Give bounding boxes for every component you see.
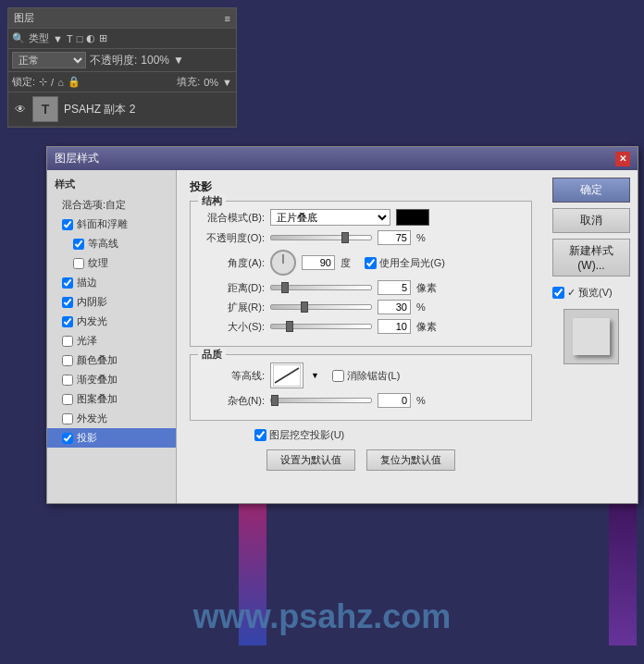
outerglow-checkbox[interactable] — [62, 413, 73, 424]
reset-default-button[interactable]: 复位为默认值 — [366, 449, 455, 471]
sidebar-item-stroke[interactable]: 描边 — [47, 273, 176, 292]
layers-lock-row: 锁定: ⊹ / ⌂ 🔒 填充: 0% ▼ — [8, 72, 236, 92]
dropshadow-checkbox[interactable] — [62, 433, 73, 444]
mixoptions-label: 混合选项:自定 — [62, 198, 126, 212]
innerglow-label: 内发光 — [77, 314, 107, 328]
preview-text: ✓ 预览(V) — [567, 286, 613, 300]
preview-label[interactable]: ✓ 预览(V) — [552, 286, 630, 300]
contour-checkbox[interactable] — [73, 239, 84, 250]
layer-knockout-text: 图层挖空投影(U) — [269, 428, 344, 442]
opacity-input[interactable] — [378, 230, 411, 245]
layer-tool-adjust: ◐ — [86, 32, 95, 44]
preview-box — [564, 309, 619, 364]
layer-item: 👁 T PSAHZ 副本 2 — [8, 92, 236, 127]
size-slider[interactable] — [270, 324, 372, 329]
jagged-checkbox[interactable] — [332, 370, 344, 382]
global-light-label[interactable]: 使用全局光(G) — [365, 256, 445, 270]
dialog-right-panel: 确定 取消 新建样式(W)... ✓ 预览(V) — [545, 170, 638, 503]
size-unit: 像素 — [416, 320, 437, 334]
sidebar-item-dropshadow[interactable]: 投影 — [47, 428, 176, 448]
coloroverlay-checkbox[interactable] — [62, 355, 73, 366]
opacity-row: 不透明度(O): % — [200, 230, 522, 245]
cancel-button[interactable]: 取消 — [552, 208, 630, 233]
innershadow-checkbox[interactable] — [62, 297, 73, 308]
opacity-label: 不透明度: — [90, 53, 137, 68]
size-row: 大小(S): 像素 — [200, 319, 522, 334]
layer-visibility-eye[interactable]: 👁 — [14, 103, 27, 116]
distance-slider[interactable] — [270, 285, 372, 290]
structure-group-label: 结构 — [198, 194, 226, 208]
opacity-slider[interactable] — [270, 235, 372, 240]
stroke-label: 描边 — [77, 276, 97, 289]
global-light-text: 使用全局光(G) — [379, 256, 445, 270]
filter-type-label: 类型 — [29, 31, 49, 45]
sidebar-item-gradientoverlay[interactable]: 渐变叠加 — [47, 370, 176, 389]
sidebar-item-contour[interactable]: 等高线 — [47, 234, 176, 253]
sidebar-item-patternoverlay[interactable]: 图案叠加 — [47, 389, 176, 409]
ok-button[interactable]: 确定 — [552, 178, 630, 203]
sidebar-item-innershadow[interactable]: 内阴影 — [47, 292, 176, 312]
noise-row: 杂色(N): % — [200, 393, 522, 408]
texture-checkbox[interactable] — [73, 258, 84, 269]
noise-input[interactable] — [378, 393, 411, 408]
global-light-checkbox[interactable] — [365, 257, 377, 269]
contour-row: 等高线: ▼ 消除锯齿(L) — [200, 363, 522, 388]
contour-dropdown-arrow[interactable]: ▼ — [311, 371, 319, 380]
lock-icon-all: 🔒 — [68, 76, 80, 88]
expand-label: 扩展(R): — [200, 301, 265, 314]
gradientoverlay-checkbox[interactable] — [62, 375, 73, 386]
size-input[interactable] — [378, 319, 411, 334]
sidebar-item-innerglow[interactable]: 内发光 — [47, 312, 176, 331]
dialog-titlebar: 图层样式 ✕ — [47, 147, 638, 170]
sidebar-item-bevel[interactable]: 斜面和浮雕 — [47, 215, 176, 234]
sidebar-item-coloroverlay[interactable]: 颜色叠加 — [47, 350, 176, 370]
fill-label: 填充: — [177, 75, 200, 89]
layers-blend-row: 正常 不透明度: 100% ▼ — [8, 49, 236, 72]
noise-label: 杂色(N): — [200, 394, 265, 408]
preview-checkbox[interactable] — [552, 287, 564, 299]
layers-panel-menu-icon[interactable]: ≡ — [225, 13, 230, 24]
expand-unit: % — [416, 301, 435, 313]
set-default-button[interactable]: 设置为默认值 — [266, 449, 355, 471]
noise-slider[interactable] — [270, 398, 372, 403]
new-style-button[interactable]: 新建样式(W)... — [552, 239, 630, 277]
layer-tool-text: T — [67, 33, 73, 44]
blend-mode-row: 混合模式(B): 正片叠底 — [200, 209, 522, 226]
angle-input[interactable] — [302, 255, 335, 270]
preview-inner — [573, 318, 610, 355]
blend-mode-dropdown[interactable]: 正片叠底 — [270, 209, 390, 226]
gradientoverlay-label: 渐变叠加 — [77, 373, 118, 387]
opacity-unit: % — [416, 232, 435, 243]
quality-group: 品质 等高线: ▼ 消除锯齿(L) — [190, 354, 532, 421]
bevel-checkbox[interactable] — [62, 219, 73, 230]
dialog-close-button[interactable]: ✕ — [615, 152, 630, 166]
expand-input[interactable] — [378, 300, 411, 314]
innerglow-checkbox[interactable] — [62, 316, 73, 327]
opacity-value: 100% — [141, 54, 169, 67]
satin-label: 光泽 — [77, 334, 97, 348]
sidebar-item-texture[interactable]: 纹理 — [47, 253, 176, 273]
satin-checkbox[interactable] — [62, 336, 73, 347]
patternoverlay-checkbox[interactable] — [62, 394, 73, 405]
blend-color-swatch[interactable] — [396, 209, 429, 226]
sidebar-item-outerglow[interactable]: 外发光 — [47, 409, 176, 428]
sidebar-item-satin[interactable]: 光泽 — [47, 331, 176, 350]
blend-mode-label: 混合模式(B): — [200, 211, 265, 225]
layer-knockout-row: 图层挖空投影(U) — [254, 428, 532, 442]
stroke-checkbox[interactable] — [62, 277, 73, 289]
layer-tool-group: ⊞ — [99, 32, 107, 44]
distance-input[interactable] — [378, 280, 411, 295]
dialog-footer: 设置为默认值 复位为默认值 — [190, 449, 532, 471]
layers-title-text: 图层 — [14, 11, 34, 25]
contour-curve-button[interactable] — [270, 363, 303, 388]
sidebar-item-mixoptions[interactable]: 混合选项:自定 — [47, 195, 176, 215]
layer-knockout-label[interactable]: 图层挖空投影(U) — [254, 428, 344, 442]
opacity-label: 不透明度(O): — [200, 231, 265, 245]
layer-style-dialog: 图层样式 ✕ 样式 混合选项:自定 斜面和浮雕 等高线 纹理 — [46, 146, 638, 504]
angle-label: 角度(A): — [200, 256, 265, 270]
blend-mode-select[interactable]: 正常 — [12, 52, 86, 68]
jagged-label[interactable]: 消除锯齿(L) — [332, 369, 400, 383]
layer-knockout-checkbox[interactable] — [254, 429, 266, 441]
angle-dial[interactable] — [270, 250, 296, 276]
expand-slider[interactable] — [270, 304, 372, 310]
